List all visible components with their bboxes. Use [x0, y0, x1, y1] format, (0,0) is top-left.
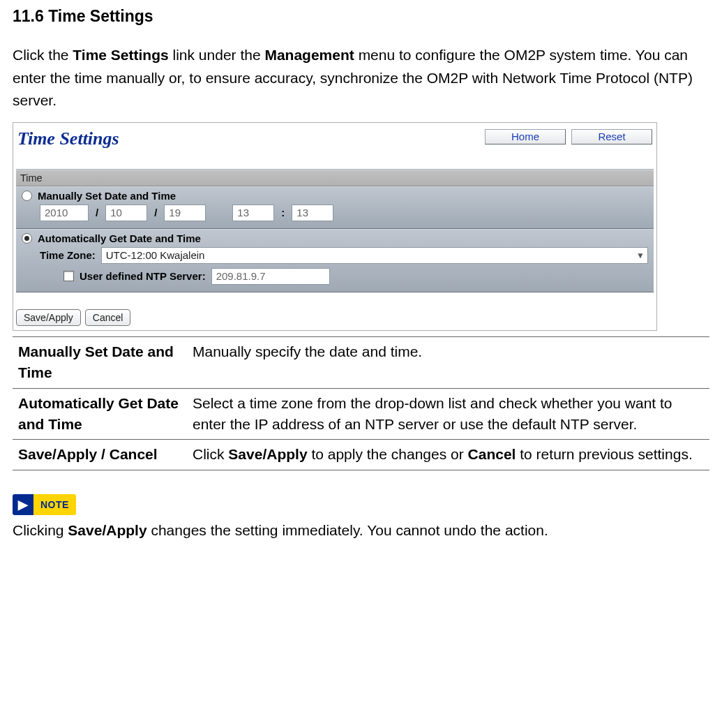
table-row: Manually Set Date and Time Manually spec… [13, 336, 709, 388]
time-separator: : [280, 207, 286, 218]
page-title: Time Settings [17, 128, 119, 149]
desc-saveapply-b2: Cancel [468, 446, 516, 462]
desc-saveapply-post: to return previous settings. [516, 446, 692, 462]
note-bold: Save/Apply [68, 522, 146, 538]
manual-date-time-label: Manually Set Date and Time [38, 190, 176, 202]
desc-manual: Manually specify the date and time. [187, 336, 709, 388]
intro-text-2: link under the [169, 47, 265, 63]
table-row: Automatically Get Date and Time Select a… [13, 388, 709, 440]
note-pre: Clicking [13, 522, 68, 538]
home-button[interactable]: Home [485, 129, 566, 144]
intro-text-1: Click the [13, 47, 73, 63]
date-separator-2: / [153, 207, 158, 218]
date-separator-1: / [94, 207, 100, 218]
chevron-down-icon: ▼ [636, 251, 645, 260]
hour-input[interactable] [232, 205, 274, 221]
year-input[interactable] [40, 205, 89, 221]
ntp-server-checkbox[interactable] [63, 271, 74, 281]
cancel-button[interactable]: Cancel [85, 309, 131, 326]
intro-paragraph: Click the Time Settings link under the M… [13, 44, 709, 112]
intro-bold-time-settings: Time Settings [73, 47, 168, 63]
radio-auto-date-time[interactable] [22, 233, 32, 244]
desc-saveapply-pre: Click [193, 446, 228, 462]
minute-input[interactable] [292, 205, 333, 221]
note-label: NOTE [33, 494, 76, 515]
day-input[interactable] [164, 205, 206, 221]
timezone-label: Time Zone: [40, 249, 96, 261]
note-icon: ▶ [13, 494, 33, 515]
note-badge: ▶ NOTE [13, 494, 76, 515]
intro-bold-management: Management [264, 47, 354, 63]
reset-button[interactable]: Reset [571, 129, 652, 144]
desc-saveapply-b1: Save/Apply [228, 446, 307, 462]
note-post: changes the setting immediately. You can… [147, 522, 548, 538]
desc-saveapply-mid: to apply the changes or [308, 446, 468, 462]
table-row: Save/Apply / Cancel Click Save/Apply to … [13, 440, 709, 470]
timezone-select[interactable]: UTC-12:00 Kwajalein ▼ [101, 247, 648, 264]
auto-date-time-label: Automatically Get Date and Time [38, 232, 201, 244]
term-manual: Manually Set Date and Time [13, 336, 187, 388]
definitions-table: Manually Set Date and Time Manually spec… [13, 336, 709, 470]
time-settings-screenshot: Time Settings Home Reset Time Manually S… [13, 122, 657, 331]
month-input[interactable] [105, 205, 147, 221]
term-auto: Automatically Get Date and Time [13, 388, 187, 440]
time-section-header: Time [16, 170, 654, 186]
desc-auto: Select a time zone from the drop-down li… [187, 388, 709, 440]
term-saveapply: Save/Apply / Cancel [13, 440, 187, 470]
ntp-server-input[interactable] [211, 268, 330, 285]
desc-saveapply: Click Save/Apply to apply the changes or… [187, 440, 709, 470]
radio-manual-date-time[interactable] [22, 191, 32, 201]
timezone-value: UTC-12:00 Kwajalein [106, 249, 205, 261]
save-apply-button[interactable]: Save/Apply [16, 309, 81, 326]
ntp-server-label: User defined NTP Server: [80, 270, 206, 282]
note-caption: Clicking Save/Apply changes the setting … [13, 522, 709, 539]
section-heading: 11.6 Time Settings [13, 7, 709, 26]
